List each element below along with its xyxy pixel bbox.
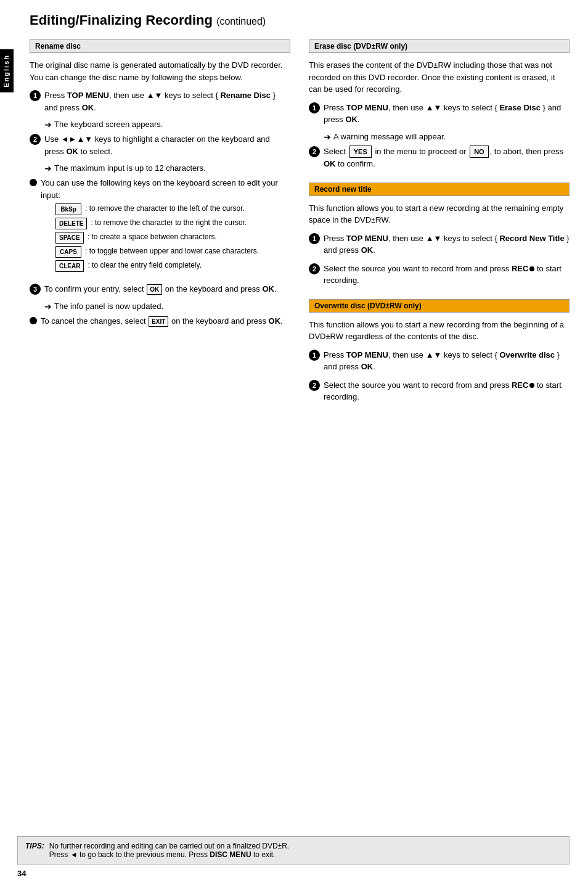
tips-label: TIPS: [25, 842, 44, 859]
bullet-1-content: You can use the following keys on the ke… [41, 177, 290, 277]
page-number: 34 [17, 869, 26, 878]
step-2-arrow-text: The maximum input is up to 12 characters… [54, 163, 206, 173]
rec-bullet-icon [529, 266, 534, 271]
record-step-2-content: Select the source you want to record fro… [324, 263, 570, 287]
step-num-3: 3 [30, 284, 41, 295]
ov-s2-rec: REC [512, 380, 528, 390]
record-new-title-section: Record new title This function allows yo… [309, 183, 570, 287]
erase-s1-erasedisc: Erase Disc [499, 103, 541, 112]
caps-desc: : to toggle between upper and lower case… [85, 246, 290, 257]
step3-ok: OK [262, 284, 274, 294]
space-key: SPACE [55, 232, 84, 244]
caps-key: CAPS [55, 246, 81, 258]
english-tab: English [0, 49, 14, 92]
kb-row-clear: CLEAR : to clear the entry field complet… [55, 260, 290, 272]
record-new-title-header: Record new title [309, 183, 570, 196]
rename-disc-section: Rename disc The original disc name is ge… [30, 39, 290, 327]
bullet-icon-1 [30, 179, 37, 186]
erase-step-1: 1 Press TOP MENU, then use ▲▼ keys to se… [309, 102, 570, 126]
clear-key: CLEAR [55, 260, 84, 272]
clear-desc: : to clear the entry field completely. [88, 260, 290, 271]
erase-step-2-content: Select YES in the menu to proceed or NO,… [324, 146, 570, 170]
bksp-desc: : to remove the character to the left of… [85, 203, 290, 214]
rec-s1-recordtitle: Record New Title [499, 234, 564, 243]
rec-s1-topmenu: TOP MENU [346, 234, 388, 243]
step-3-arrow-text: The info panel is now updated. [54, 302, 163, 311]
tips-line2: Press ◄ to go back to the previous menu.… [49, 850, 276, 859]
ov-s1-ok: OK [361, 362, 374, 371]
rename-step-2: 2 Use ◄►▲▼ keys to highlight a character… [30, 133, 290, 157]
erase-disc-header: Erase disc (DVD±RW only) [309, 39, 570, 53]
rename-disc-intro: The original disc name is generated auto… [30, 59, 290, 83]
page-wrapper: English Editing/Finalizing Recording (co… [0, 0, 588, 883]
overwrite-step-2: 2 Select the source you want to record f… [309, 379, 570, 403]
kb-row-caps: CAPS : to toggle between upper and lower… [55, 246, 290, 258]
overwrite-step-1: 1 Press TOP MENU, then use ▲▼ keys to se… [309, 349, 570, 373]
record-new-title-intro: This function allows you to start a new … [309, 202, 570, 226]
erase-step-1-arrow: ➜ A warning message will appear. [324, 132, 570, 142]
main-content: Editing/Finalizing Recording (continued)… [17, 0, 588, 428]
erase-step-1-arrow-text: A warning message will appear. [333, 132, 446, 141]
bksp-key: BkSp [55, 203, 81, 215]
ok-key-box: OK [147, 284, 162, 295]
kb-row-delete: DELETE : to remove the character to the … [55, 218, 290, 229]
delete-key: DELETE [55, 218, 87, 229]
tips-disc-menu: DISC MENU [210, 850, 251, 859]
step-1-arrow-text: The keyboard screen appears. [54, 120, 163, 129]
erase-s2-ok: OK [324, 159, 336, 168]
overwrite-step-num-1: 1 [309, 350, 320, 361]
step-3-content: To confirm your entry, select OK on the … [44, 283, 290, 295]
step-2-arrow: ➜ The maximum input is up to 12 characte… [44, 163, 290, 173]
record-step-2: 2 Select the source you want to record f… [309, 263, 570, 287]
record-step-1-content: Press TOP MENU, then use ▲▼ keys to sele… [324, 232, 570, 257]
overwrite-step-2-content: Select the source you want to record fro… [324, 379, 570, 403]
keyboard-table: BkSp : to remove the character to the le… [55, 203, 290, 272]
rename-disc-header: Rename disc [30, 39, 290, 53]
overwrite-step-num-2: 2 [309, 380, 320, 391]
record-step-1: 1 Press TOP MENU, then use ▲▼ keys to se… [309, 232, 570, 257]
step-3-arrow: ➜ The info panel is now updated. [44, 302, 290, 311]
step-1-content: Press TOP MENU, then use ▲▼ keys to sele… [44, 89, 290, 113]
rec-s1-keys: ▲▼ [426, 234, 442, 243]
ov-s1-keys: ▲▼ [426, 350, 442, 359]
exit-key-box: EXIT [149, 316, 168, 327]
ov-s1-overwrite: Overwrite disc [499, 350, 555, 359]
rename-step-3: 3 To confirm your entry, select OK on th… [30, 283, 290, 295]
page-title-text: Editing/Finalizing Recording [30, 12, 213, 28]
right-column: Erase disc (DVD±RW only) This erases the… [309, 39, 570, 416]
overwrite-step-1-content: Press TOP MENU, then use ▲▼ keys to sele… [324, 349, 570, 373]
tips-content: No further recording and editing can be … [49, 842, 289, 859]
step2-ok: OK [66, 147, 78, 156]
ov-rec-bullet-icon [529, 383, 534, 388]
overwrite-disc-header: Overwrite disc (DVD±RW only) [309, 299, 570, 313]
left-column: Rename disc The original disc name is ge… [30, 39, 290, 416]
erase-step-num-2: 2 [309, 146, 320, 157]
page-title: Editing/Finalizing Recording (continued) [30, 12, 570, 28]
erase-s1-keys: ▲▼ [426, 103, 442, 112]
yes-box: YES [349, 146, 372, 158]
delete-desc: : to remove the character to the right t… [91, 218, 290, 228]
no-box: NO [470, 146, 489, 158]
bullet-icon-2 [30, 317, 37, 324]
tips-line1: No further recording and editing can be … [49, 842, 289, 850]
arrow-icon-erase-1: ➜ [324, 132, 331, 142]
erase-step-2: 2 Select YES in the menu to proceed or N… [309, 146, 570, 170]
bullet2-ok: OK [269, 316, 281, 326]
step1-rename-disc: Rename Disc [220, 91, 271, 100]
tips-bar: TIPS: No further recording and editing c… [17, 836, 570, 865]
erase-s1-topmenu: TOP MENU [346, 103, 388, 112]
kb-row-bksp: BkSp : to remove the character to the le… [55, 203, 290, 215]
arrow-icon-2: ➜ [44, 163, 52, 173]
step1-topmenu: TOP MENU [67, 91, 109, 100]
record-step-num-1: 1 [309, 233, 320, 244]
kb-row-space: SPACE : to create a space between charac… [55, 232, 290, 244]
step-1-arrow: ➜ The keyboard screen appears. [44, 120, 290, 129]
step2-keys: ◄►▲▼ [61, 134, 92, 144]
step1-keys: ▲▼ [147, 91, 163, 100]
page-continued: (continued) [216, 16, 266, 27]
ov-s1-topmenu: TOP MENU [346, 350, 388, 359]
two-column-layout: Rename disc The original disc name is ge… [30, 39, 570, 416]
rename-step-1: 1 Press TOP MENU, then use ▲▼ keys to se… [30, 89, 290, 113]
rename-bullet-1: You can use the following keys on the ke… [30, 177, 290, 277]
overwrite-disc-section: Overwrite disc (DVD±RW only) This functi… [309, 299, 570, 403]
